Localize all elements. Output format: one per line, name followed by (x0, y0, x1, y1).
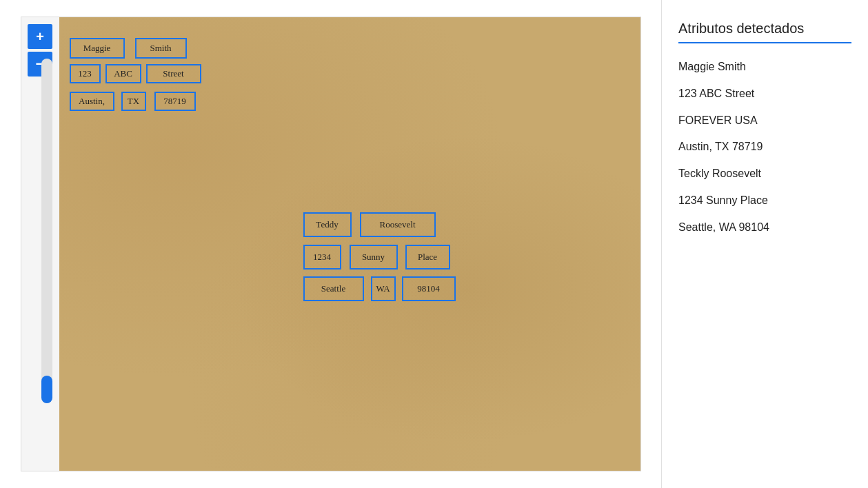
bbox-seattle: Seattle (303, 276, 364, 301)
attribute-item-attr-3: FOREVER USA (678, 114, 851, 128)
bbox-street: Street (146, 64, 201, 83)
text-abc: ABC (107, 65, 140, 82)
main-area: + − Maggie Smith 123 ABC (0, 0, 661, 488)
panel-title: Atributos detectados (678, 21, 851, 37)
bbox-98104: 98104 (402, 276, 456, 301)
bbox-sunny: Sunny (350, 245, 398, 270)
bbox-tx: TX (121, 92, 146, 111)
text-teddy: Teddy (305, 214, 350, 236)
bbox-abc: ABC (105, 64, 141, 83)
text-wa: WA (372, 278, 394, 300)
bbox-roosevelt: Roosevelt (360, 212, 436, 237)
attribute-item-attr-5: Teckly Roosevelt (678, 167, 851, 181)
attribute-item-attr-1: Maggie Smith (678, 60, 851, 74)
attribute-item-attr-4: Austin, TX 78719 (678, 140, 851, 154)
text-maggie: Maggie (71, 39, 123, 57)
attribute-item-attr-7: Seattle, WA 98104 (678, 221, 851, 235)
text-sunny: Sunny (351, 246, 396, 268)
text-98104: 98104 (403, 278, 454, 300)
text-1234: 1234 (305, 246, 340, 268)
text-street: Street (148, 65, 200, 82)
toolbar: + − (21, 17, 59, 471)
panel-divider (678, 42, 851, 43)
bbox-78719: 78719 (154, 92, 196, 111)
scrollbar-thumb[interactable] (41, 376, 52, 403)
text-78719: 78719 (156, 93, 194, 110)
text-tx: TX (123, 93, 145, 110)
text-roosevelt: Roosevelt (361, 214, 434, 236)
bbox-1234: 1234 (303, 245, 341, 270)
bbox-wa: WA (371, 276, 396, 301)
bbox-maggie: Maggie (70, 38, 125, 59)
bbox-teddy: Teddy (303, 212, 352, 237)
bbox-place: Place (405, 245, 450, 270)
bbox-smith: Smith (135, 38, 187, 59)
cardboard-background: Maggie Smith 123 ABC Street Austin, (59, 17, 640, 471)
text-seattle: Seattle (305, 278, 363, 300)
attributes-list: Maggie Smith123 ABC StreetFOREVER USAAus… (678, 60, 851, 235)
scrollbar-track[interactable] (41, 59, 52, 403)
bbox-austin: Austin, (70, 92, 114, 111)
text-123: 123 (71, 65, 99, 82)
attribute-item-attr-2: 123 ABC Street (678, 87, 851, 101)
zoom-in-button[interactable]: + (28, 24, 52, 49)
viewer-container: + − Maggie Smith 123 ABC (21, 17, 641, 471)
text-place: Place (407, 246, 449, 268)
text-austin: Austin, (71, 93, 113, 110)
attribute-item-attr-6: 1234 Sunny Place (678, 194, 851, 208)
text-smith: Smith (137, 39, 185, 57)
right-panel: Atributos detectados Maggie Smith123 ABC… (661, 0, 868, 488)
bbox-123: 123 (70, 64, 101, 83)
image-area: Maggie Smith 123 ABC Street Austin, (59, 17, 640, 471)
